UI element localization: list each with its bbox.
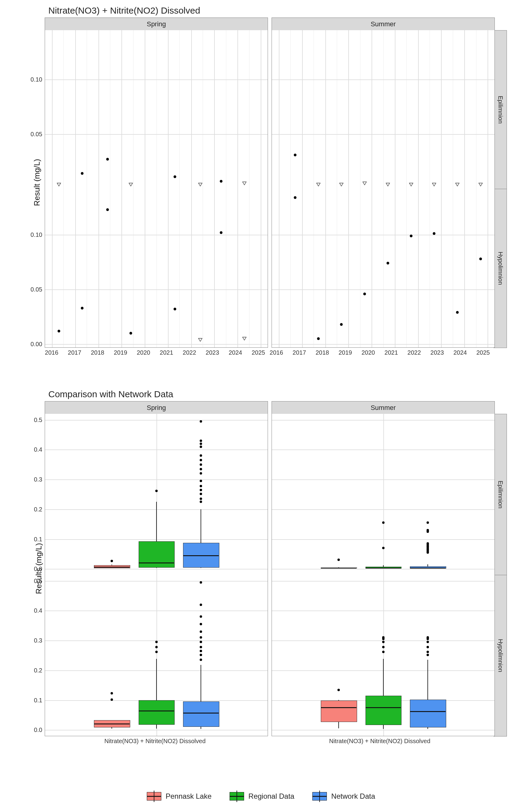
- legend-label: Regional Data: [248, 792, 294, 800]
- svg-marker-4: [317, 183, 320, 186]
- box-panel: [45, 414, 268, 575]
- outlier-point: [200, 650, 202, 652]
- outlier-point: [426, 636, 429, 638]
- box-panel: [272, 575, 495, 736]
- data-point: [106, 158, 109, 161]
- facet-row-strip: Hypolimnion: [494, 575, 507, 736]
- x-tick: 2017: [68, 349, 82, 356]
- y-tick: 0.1: [34, 696, 42, 704]
- data-point: [317, 338, 320, 340]
- boxplot-box: [139, 700, 175, 725]
- outlier-point: [382, 547, 385, 549]
- y-tick: 0.5: [34, 416, 42, 423]
- facet-col-strip: Spring: [45, 401, 268, 414]
- x-tick: 2025: [252, 349, 265, 356]
- censored-point-icon: [198, 183, 202, 186]
- outlier-point: [382, 651, 385, 653]
- outlier-point: [200, 604, 202, 606]
- outlier-point: [382, 522, 385, 524]
- chart-title: Comparison with Network Data: [48, 389, 507, 399]
- legend-label: Network Data: [331, 792, 375, 800]
- outlier-point: [200, 646, 202, 648]
- censored-point-icon: [57, 183, 61, 186]
- x-tick: Nitrate(NO3) + Nitrite(NO2) Dissolved: [329, 738, 430, 745]
- outlier-point: [382, 641, 385, 643]
- outlier-point: [155, 646, 158, 648]
- x-tick: 2022: [407, 349, 421, 356]
- censored-point-icon: [409, 183, 413, 186]
- outlier-point: [337, 689, 340, 691]
- x-tick: 2016: [270, 349, 283, 356]
- svg-marker-2: [199, 183, 202, 186]
- outlier-point: [426, 651, 429, 653]
- outlier-point: [155, 651, 158, 653]
- data-point: [386, 262, 389, 265]
- y-tick: 0.10: [31, 76, 42, 83]
- outlier-point: [200, 654, 202, 656]
- outlier-point: [200, 485, 202, 487]
- y-axis: 0.00.10.20.30.40.50.00.10.20.30.40.5: [15, 401, 45, 736]
- scatter-panel: [272, 30, 495, 189]
- svg-marker-6: [363, 182, 366, 185]
- svg-marker-5: [340, 183, 343, 186]
- y-tick: 0.0: [34, 566, 42, 572]
- x-tick: 2020: [137, 349, 150, 356]
- x-tick: 2025: [476, 349, 490, 356]
- x-axis-panel: Nitrate(NO3) + Nitrite(NO2) Dissolved: [45, 736, 265, 748]
- censored-point-icon: [455, 183, 460, 186]
- facet-row-strip: Epilimnion: [494, 30, 507, 189]
- x-tick: 2019: [114, 349, 127, 356]
- outlier-point: [200, 658, 202, 661]
- svg-marker-10: [456, 183, 459, 186]
- page: Nitrate(NO3) + Nitrite(NO2) Dissolved Re…: [0, 0, 522, 812]
- censored-point-icon: [242, 182, 246, 185]
- y-tick: 0.05: [31, 130, 42, 138]
- x-axis-panel: 2016201720182019202020212022202320242025: [45, 347, 265, 360]
- y-tick: 0.0: [34, 727, 42, 733]
- outlier-point: [426, 542, 429, 545]
- box-panel: [45, 575, 268, 736]
- x-axis: 2016201720182019202020212022202320242025…: [45, 347, 507, 360]
- legend-item: Regional Data: [229, 792, 294, 800]
- x-tick: 2024: [454, 349, 467, 356]
- outlier-point: [111, 560, 113, 562]
- data-point: [479, 257, 482, 260]
- outlier-point: [200, 623, 202, 625]
- data-point: [174, 308, 176, 310]
- outlier-point: [382, 646, 385, 648]
- outlier-point: [200, 501, 202, 503]
- outlier-point: [200, 472, 202, 474]
- x-axis-panel: Nitrate(NO3) + Nitrite(NO2) Dissolved: [269, 736, 490, 748]
- censored-point-icon: [129, 183, 133, 186]
- svg-marker-7: [386, 183, 390, 186]
- data-point: [294, 154, 296, 156]
- outlier-point: [200, 489, 202, 491]
- outlier-point: [200, 446, 202, 448]
- outlier-point: [200, 463, 202, 466]
- data-point: [81, 172, 83, 175]
- facet-col-strip: Summer: [272, 401, 495, 414]
- data-point: [106, 208, 109, 211]
- outlier-point: [111, 692, 113, 694]
- chart-title: Nitrate(NO3) + Nitrite(NO2) Dissolved: [48, 5, 507, 16]
- legend: Pennask LakeRegional DataNetwork Data: [0, 792, 522, 800]
- x-axis: Nitrate(NO3) + Nitrite(NO2) DissolvedNit…: [45, 736, 507, 748]
- box-panel: [272, 414, 495, 575]
- censored-point-icon: [386, 183, 390, 186]
- censored-point-icon: [362, 182, 367, 185]
- outlier-point: [426, 529, 429, 531]
- y-tick: 0.00: [31, 341, 42, 348]
- outlier-point: [426, 641, 429, 643]
- boxplot-box: [365, 696, 402, 725]
- y-tick: 0.3: [34, 476, 42, 483]
- outlier-point: [200, 468, 202, 470]
- scatter-grid: SpringSummerEpilimnionHypolimnion: [45, 18, 507, 347]
- outlier-point: [337, 559, 340, 561]
- box-facet-chart: Comparison with Network Data Results (mg…: [15, 389, 507, 755]
- outlier-point: [426, 522, 429, 524]
- data-point: [409, 235, 412, 237]
- svg-marker-11: [479, 183, 482, 186]
- x-tick: 2022: [183, 349, 196, 356]
- data-point: [81, 307, 83, 309]
- svg-marker-3: [243, 182, 246, 185]
